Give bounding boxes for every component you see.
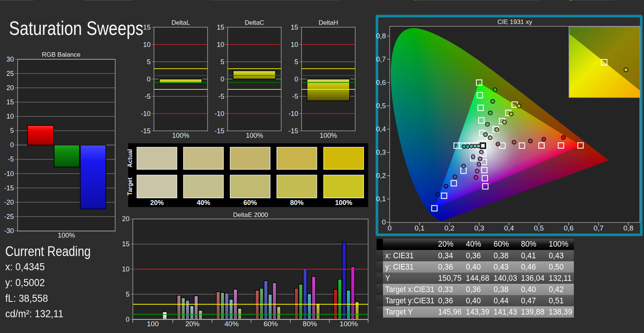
svg-text:10: 10 (6, 113, 14, 120)
svg-text:Target: Target (127, 177, 133, 195)
svg-text:20%: 20% (150, 199, 164, 206)
svg-text:0: 0 (382, 218, 386, 226)
svg-text:5: 5 (126, 291, 129, 298)
svg-text:DeltaE 2000: DeltaE 2000 (233, 211, 268, 218)
svg-text:-10: -10 (141, 110, 150, 118)
svg-text:10: 10 (217, 41, 224, 48)
svg-text:40%: 40% (197, 199, 210, 206)
svg-text:5: 5 (147, 58, 150, 66)
svg-text:10: 10 (122, 265, 129, 273)
svg-text:0: 0 (126, 316, 129, 323)
svg-text:CIE 1931 xy: CIE 1931 xy (497, 18, 532, 26)
svg-text:25: 25 (6, 70, 14, 77)
svg-text:0,8: 0,8 (376, 32, 386, 40)
svg-text:-10: -10 (4, 170, 14, 178)
svg-text:-5: -5 (292, 93, 298, 100)
svg-text:0: 0 (10, 141, 14, 149)
svg-text:-10: -10 (288, 110, 298, 118)
svg-text:10: 10 (291, 41, 298, 48)
svg-text:60%: 60% (264, 320, 278, 328)
svg-text:15: 15 (122, 240, 129, 248)
svg-text:0,7: 0,7 (376, 55, 386, 63)
svg-text:-15: -15 (215, 127, 224, 135)
svg-text:15: 15 (6, 98, 14, 106)
svg-text:5: 5 (221, 58, 224, 66)
svg-text:DeltaH: DeltaH (319, 19, 338, 26)
svg-text:-15: -15 (4, 184, 14, 192)
svg-text:15: 15 (217, 24, 224, 31)
svg-text:100%: 100% (335, 199, 352, 206)
svg-text:30: 30 (6, 56, 14, 63)
svg-text:100%: 100% (246, 132, 263, 139)
svg-text:-20: -20 (4, 199, 14, 206)
svg-text:15: 15 (291, 24, 298, 31)
svg-text:-15: -15 (288, 127, 298, 135)
svg-text:100%: 100% (340, 320, 358, 328)
svg-text:100%: 100% (320, 132, 337, 139)
svg-text:60%: 60% (243, 199, 257, 206)
svg-text:DeltaC: DeltaC (245, 19, 264, 26)
svg-text:0: 0 (221, 75, 224, 83)
svg-text:100: 100 (147, 320, 159, 328)
svg-text:80%: 80% (303, 320, 317, 328)
svg-text:10: 10 (143, 41, 150, 48)
svg-text:20: 20 (122, 215, 129, 223)
svg-text:-30: -30 (4, 227, 14, 235)
svg-text:0: 0 (294, 75, 298, 83)
svg-text:5: 5 (294, 58, 298, 66)
svg-text:5: 5 (10, 127, 14, 134)
svg-text:Actual: Actual (127, 149, 133, 167)
svg-text:0,4: 0,4 (376, 125, 386, 133)
svg-text:-5: -5 (218, 93, 224, 100)
svg-text:-25: -25 (4, 213, 14, 220)
svg-text:15: 15 (143, 24, 150, 31)
svg-text:20: 20 (6, 84, 14, 92)
svg-text:100%: 100% (58, 232, 75, 239)
svg-text:-15: -15 (141, 127, 150, 135)
svg-text:0,6: 0,6 (376, 78, 386, 86)
svg-text:0: 0 (147, 75, 150, 83)
svg-text:0,2: 0,2 (376, 172, 386, 179)
svg-text:-5: -5 (144, 93, 150, 100)
svg-text:80%: 80% (290, 199, 303, 206)
svg-text:RGB Balance: RGB Balance (42, 51, 81, 58)
svg-text:0,1: 0,1 (376, 195, 386, 203)
svg-text:0,3: 0,3 (376, 148, 386, 156)
svg-text:100%: 100% (172, 132, 189, 139)
svg-text:20%: 20% (185, 320, 200, 328)
svg-text:DeltaL: DeltaL (171, 19, 190, 26)
svg-text:-5: -5 (8, 155, 14, 163)
svg-text:40%: 40% (224, 320, 239, 328)
svg-text:-10: -10 (215, 110, 224, 118)
svg-text:0,5: 0,5 (376, 102, 386, 110)
